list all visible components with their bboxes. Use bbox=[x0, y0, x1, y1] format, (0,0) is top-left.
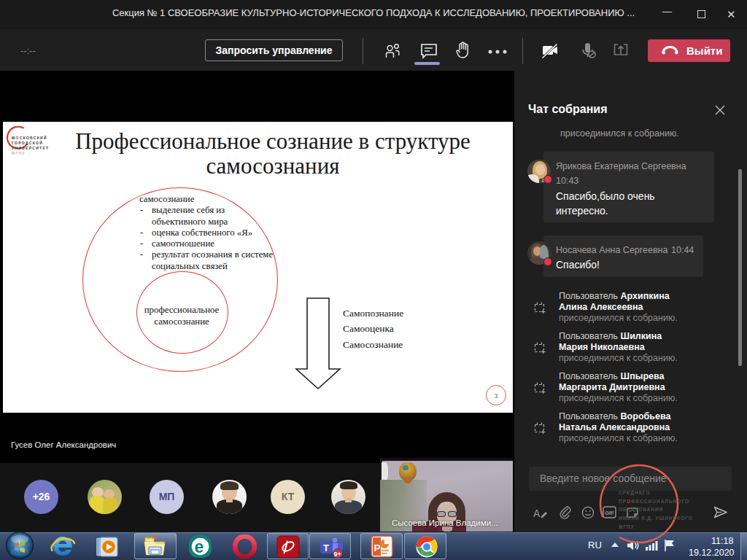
svg-text:9+: 9+ bbox=[334, 551, 341, 558]
svg-text:T: T bbox=[323, 542, 329, 553]
svg-text:e: e bbox=[195, 537, 204, 556]
svg-text:P: P bbox=[374, 542, 381, 553]
svg-text:A: A bbox=[533, 508, 541, 519]
